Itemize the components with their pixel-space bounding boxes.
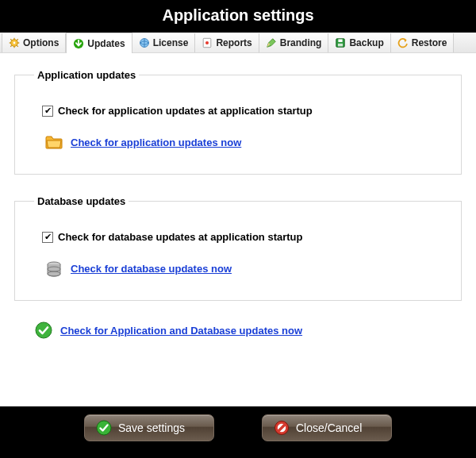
app-startup-check-row: Check for application updates at applica… [42,105,442,117]
prohibited-icon [274,420,290,436]
floppy-icon [335,37,346,48]
svg-rect-15 [339,39,343,42]
svg-point-1 [13,42,16,44]
gear-icon [9,37,20,48]
db-check-now-row: Check for database updates now [45,260,442,276]
svg-line-8 [17,39,17,40]
svg-point-20 [36,322,52,338]
close-cancel-button[interactable]: Close/Cancel [262,414,392,441]
database-updates-group: Database updates Check for database upda… [14,195,462,301]
combined-check-row: Check for Application and Database updat… [35,321,462,339]
check-db-updates-link[interactable]: Check for database updates now [71,263,232,275]
tab-label: Branding [280,37,322,48]
tab-label: License [153,37,189,48]
tab-label: Backup [349,37,383,48]
check-circle-icon [35,321,52,339]
window-title: Application settings [0,0,476,33]
content-area: Application updates Check for applicatio… [0,53,476,406]
check-circle-icon [96,420,112,436]
tab-label: Updates [87,38,125,49]
undo-arrow-icon [397,37,409,48]
folder-icon [45,134,63,150]
tab-options[interactable]: Options [2,33,66,52]
svg-line-9 [10,45,11,46]
svg-line-6 [10,39,11,40]
db-startup-checkbox[interactable] [42,232,53,243]
button-bar: Save settings Close/Cancel [0,406,476,452]
download-arrow-icon [73,38,84,49]
tab-branding[interactable]: Branding [259,33,329,52]
save-settings-button[interactable]: Save settings [84,414,214,441]
tab-label: Restore [412,37,447,48]
svg-line-7 [17,45,17,46]
db-startup-check-row: Check for database updates at applicatio… [42,231,442,243]
tab-bar: Options Updates License Reports Branding [0,33,476,53]
check-all-updates-link[interactable]: Check for Application and Database updat… [60,325,302,337]
app-check-now-row: Check for application updates now [45,134,442,150]
tab-license[interactable]: License [132,33,196,52]
db-startup-checkbox-label: Check for database updates at applicatio… [58,231,302,243]
svg-rect-16 [338,44,343,47]
report-icon [202,37,213,48]
group-legend: Application updates [34,69,139,81]
settings-window: Application settings Options Updates Lic… [0,0,476,452]
app-startup-checkbox-label: Check for application updates at applica… [58,105,313,117]
group-legend: Database updates [34,195,129,207]
button-label: Save settings [118,421,185,434]
tab-label: Reports [216,37,251,48]
database-icon [45,260,63,276]
application-updates-group: Application updates Check for applicatio… [14,69,462,175]
tab-updates[interactable]: Updates [66,33,132,53]
tab-reports[interactable]: Reports [195,33,259,52]
tab-backup[interactable]: Backup [328,33,390,52]
pencil-icon [266,37,277,48]
button-label: Close/Cancel [296,421,362,434]
tab-label: Options [23,37,59,48]
svg-point-13 [205,41,209,44]
globe-icon [139,37,150,48]
app-startup-checkbox[interactable] [42,106,53,117]
tab-restore[interactable]: Restore [391,33,455,52]
check-app-updates-link[interactable]: Check for application updates now [71,137,241,148]
